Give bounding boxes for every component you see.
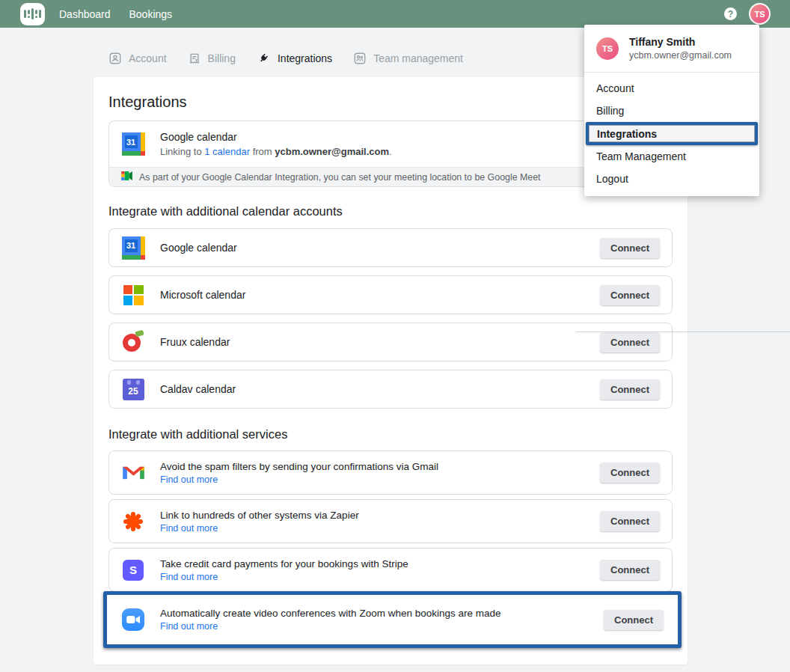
divider-line <box>576 332 790 332</box>
connect-button-fruux-calendar[interactable]: Connect <box>600 332 660 352</box>
user-avatar: TS <box>596 37 619 60</box>
row-label: Microsoft calendar <box>160 289 245 301</box>
row-label: Link to hundreds of other systems via Za… <box>160 510 359 521</box>
tab-billing[interactable]: Billing <box>188 52 236 65</box>
page-title: Integrations <box>108 94 187 111</box>
microsoft-icon <box>121 285 145 305</box>
gmail-icon <box>121 465 145 481</box>
tab-label: Integrations <box>278 52 332 64</box>
top-navbar: Dashboard Bookings ? TS <box>0 0 790 28</box>
menu-item-account[interactable]: Account <box>584 77 759 100</box>
user-email: ycbm.owner@gmail.com <box>629 50 732 61</box>
integration-row-fruux-calendar: Fruux calendar Connect <box>108 323 673 361</box>
caldav-icon: 25 <box>121 379 145 400</box>
connect-button-gmail[interactable]: Connect <box>600 462 660 483</box>
fruux-icon <box>121 331 145 353</box>
tab-integrations[interactable]: Integrations <box>257 51 332 65</box>
zoom-row-highlight-box: Automatically create video conferences w… <box>103 591 682 648</box>
connect-button-zapier[interactable]: Connect <box>600 511 660 531</box>
tab-label: Billing <box>208 52 236 64</box>
google-calendar-icon: 31 <box>121 132 145 156</box>
menu-item-team-management[interactable]: Team Management <box>584 145 759 168</box>
plug-icon <box>257 51 271 65</box>
help-icon[interactable]: ? <box>724 7 737 20</box>
connect-button-google-calendar[interactable]: Connect <box>600 238 660 258</box>
row-label: Caldav calendar <box>160 383 236 395</box>
menu-item-billing[interactable]: Billing <box>584 100 759 122</box>
find-out-more-link-zapier[interactable]: Find out more <box>160 523 359 534</box>
user-name: Tiffany Smith <box>629 36 732 48</box>
integration-row-caldav-calendar: 25 Caldav calendar Connect <box>108 370 673 409</box>
zapier-icon <box>121 511 145 532</box>
tab-label: Account <box>129 52 167 64</box>
services-section-heading: Integrate with additional services <box>108 427 287 442</box>
nav-link-dashboard[interactable]: Dashboard <box>59 8 111 20</box>
user-dropdown-list: Account Billing Integrations Team Manage… <box>584 73 759 190</box>
menu-item-logout[interactable]: Logout <box>584 168 759 190</box>
row-label: Fruux calendar <box>160 336 230 348</box>
tab-label: Team management <box>373 52 463 64</box>
card-title: Google calendar <box>160 131 392 143</box>
google-meet-icon <box>121 171 132 183</box>
menu-item-integrations-highlight: Integrations <box>586 122 758 145</box>
calendar-count-link[interactable]: 1 calendar <box>204 146 250 157</box>
stripe-icon: S <box>121 560 145 581</box>
navbar-right: ? TS <box>724 0 771 28</box>
find-out-more-link-stripe[interactable]: Find out more <box>160 572 408 582</box>
integration-row-google-calendar: 31 Google calendar Connect <box>108 228 673 267</box>
billing-icon <box>188 52 201 65</box>
connect-button-zoom[interactable]: Connect <box>604 610 664 630</box>
google-calendar-icon: 31 <box>121 236 145 260</box>
find-out-more-link-gmail[interactable]: Find out more <box>160 474 438 485</box>
connect-button-stripe[interactable]: Connect <box>600 560 660 580</box>
user-dropdown-menu: TS Tiffany Smith ycbm.owner@gmail.com Ac… <box>584 25 759 196</box>
connect-button-caldav-calendar[interactable]: Connect <box>600 379 660 400</box>
connect-button-microsoft-calendar[interactable]: Connect <box>600 285 660 305</box>
integration-row-zapier: Link to hundreds of other systems via Za… <box>108 499 673 543</box>
user-avatar[interactable]: TS <box>749 3 771 25</box>
integration-row-microsoft-calendar: Microsoft calendar Connect <box>108 275 673 314</box>
row-label: Automatically create video conferences w… <box>160 608 501 619</box>
zoom-icon <box>121 608 145 631</box>
row-label: Google calendar <box>160 242 237 254</box>
account-icon <box>108 52 122 65</box>
integration-row-zoom: Automatically create video conferences w… <box>109 597 676 642</box>
team-icon <box>353 52 367 65</box>
linking-status: Linking to 1 calendar from ycbm.owner@gm… <box>160 146 392 157</box>
settings-tabs: Account Billing Integrations Team manage… <box>108 51 463 65</box>
account-email: ycbm.owner@gmail.com <box>275 146 389 157</box>
row-label: Avoid the spam filters by sending your c… <box>160 461 438 472</box>
tab-account[interactable]: Account <box>108 52 167 65</box>
find-out-more-link-zoom[interactable]: Find out more <box>160 621 501 632</box>
integration-row-stripe: S Take credit card payments for your boo… <box>108 548 673 592</box>
integration-row-gmail: Avoid the spam filters by sending your c… <box>108 450 673 495</box>
menu-item-integrations[interactable]: Integrations <box>589 125 755 142</box>
logo-bars <box>24 10 26 18</box>
app-logo-icon[interactable] <box>20 3 45 25</box>
nav-link-bookings[interactable]: Bookings <box>129 8 173 20</box>
tab-team-management[interactable]: Team management <box>353 52 463 65</box>
notice-text: As part of your Google Calendar Integrat… <box>139 172 541 183</box>
calendar-section-heading: Integrate with additional calendar accou… <box>108 204 343 219</box>
row-label: Take credit card payments for your booki… <box>160 558 408 569</box>
user-dropdown-header: TS Tiffany Smith ycbm.owner@gmail.com <box>584 25 759 73</box>
